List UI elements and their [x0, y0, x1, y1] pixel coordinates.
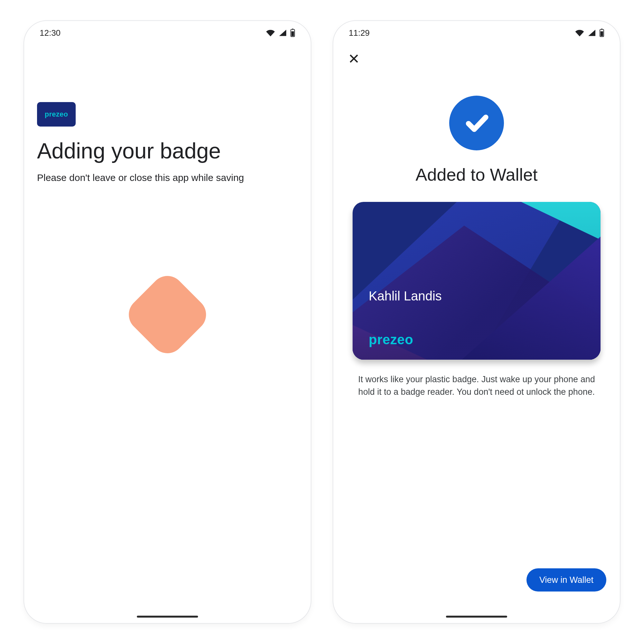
status-bar-icons	[575, 29, 604, 37]
view-in-wallet-label: View in Wallet	[539, 575, 593, 585]
gesture-handle[interactable]	[137, 616, 198, 618]
card-description: It works like your plastic badge. Just w…	[353, 373, 601, 398]
battery-icon	[290, 29, 295, 37]
system-nav-bar	[333, 610, 620, 623]
close-button[interactable]	[346, 51, 362, 66]
cellular-icon	[279, 29, 287, 36]
phone-added-to-wallet: 11:29 Added to Wallet Kahlil Landis prez…	[333, 21, 620, 623]
svg-rect-5	[601, 31, 603, 36]
top-app-bar	[346, 38, 607, 70]
close-icon	[348, 53, 359, 64]
checkmark-icon	[463, 109, 490, 137]
svg-rect-1	[292, 29, 294, 30]
loading-indicator	[135, 282, 200, 347]
svg-rect-2	[291, 31, 294, 36]
wifi-icon	[266, 29, 275, 36]
status-bar: 12:30	[24, 21, 311, 38]
status-time: 12:30	[40, 28, 61, 38]
page-title: Added to Wallet	[346, 165, 607, 185]
view-in-wallet-button[interactable]: View in Wallet	[526, 568, 606, 592]
svg-rect-4	[601, 29, 603, 30]
battery-icon	[599, 29, 604, 37]
card-holder-name: Kahlil Landis	[369, 289, 442, 303]
page-title: Adding your badge	[37, 138, 298, 163]
screen-added-to-wallet: Added to Wallet Kahlil Landis prezeo It …	[333, 38, 620, 610]
system-nav-bar	[24, 610, 311, 623]
cellular-icon	[588, 29, 596, 36]
success-badge	[449, 96, 504, 150]
wallet-card[interactable]: Kahlil Landis prezeo	[353, 202, 601, 360]
page-subtitle: Please don't leave or close this app whi…	[37, 172, 298, 183]
loading-diamond-icon	[122, 269, 213, 360]
phone-adding-badge: 12:30 prezeo Adding your badge Please do…	[24, 21, 311, 623]
card-brand-label: prezeo	[369, 332, 413, 347]
status-time: 11:29	[349, 28, 370, 38]
status-bar: 11:29	[333, 21, 620, 38]
screen-adding-badge: prezeo Adding your badge Please don't le…	[24, 38, 311, 610]
brand-chip: prezeo	[37, 102, 76, 127]
gesture-handle[interactable]	[446, 616, 507, 618]
wifi-icon	[575, 29, 584, 36]
brand-chip-label: prezeo	[45, 110, 68, 118]
status-bar-icons	[266, 29, 295, 37]
